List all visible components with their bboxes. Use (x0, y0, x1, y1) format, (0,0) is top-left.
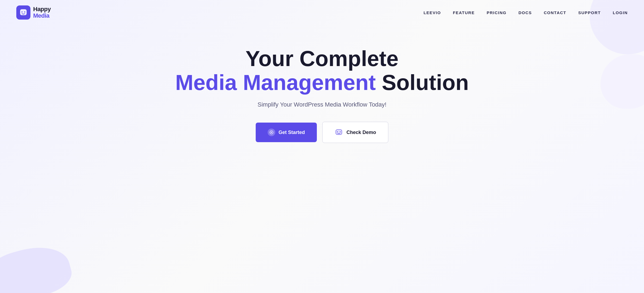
check-demo-label: Check Demo (346, 130, 376, 135)
site-header: Happy Media LEEVIO FEATURE PRICING DOCS … (0, 0, 644, 25)
check-demo-button[interactable]: Check Demo (322, 122, 388, 143)
svg-point-1 (21, 11, 23, 13)
logo-link[interactable]: Happy Media (16, 5, 51, 20)
check-demo-icon (334, 128, 343, 137)
hero-title-line1: Your Complete (245, 46, 398, 71)
logo-text: Happy Media (33, 6, 51, 19)
main-nav: LEEVIO FEATURE PRICING DOCS CONTACT SUPP… (424, 10, 628, 15)
nav-login[interactable]: LOGIN (613, 10, 628, 15)
nav-support[interactable]: SUPPORT (578, 10, 601, 15)
hero-title-highlight: Media Management (175, 70, 376, 95)
nav-feature[interactable]: FEATURE (453, 10, 475, 15)
get-started-button[interactable]: Get Started (256, 123, 317, 142)
hero-title: Your Complete Media Management Solution (175, 47, 469, 95)
get-started-icon (268, 129, 275, 136)
nav-pricing[interactable]: PRICING (487, 10, 507, 15)
hero-section: Your Complete Media Management Solution … (0, 25, 644, 159)
logo-happy: Happy (33, 6, 51, 13)
page-wrapper: Happy Media LEEVIO FEATURE PRICING DOCS … (0, 0, 644, 293)
hero-title-rest: Solution (376, 70, 469, 95)
svg-point-8 (340, 131, 341, 132)
hero-subtitle: Simplify Your WordPress Media Workflow T… (258, 101, 386, 108)
svg-rect-5 (336, 130, 342, 135)
svg-point-7 (337, 131, 338, 132)
nav-docs[interactable]: DOCS (518, 10, 532, 15)
svg-marker-4 (271, 132, 272, 133)
logo-icon (16, 5, 30, 20)
svg-point-2 (24, 11, 25, 13)
get-started-label: Get Started (279, 130, 305, 135)
nav-contact[interactable]: CONTACT (544, 10, 566, 15)
hero-buttons: Get Started Check Demo (256, 122, 388, 143)
logo-media: Media (33, 13, 51, 19)
blob-left-decoration (0, 239, 76, 293)
nav-leevio[interactable]: LEEVIO (424, 10, 441, 15)
